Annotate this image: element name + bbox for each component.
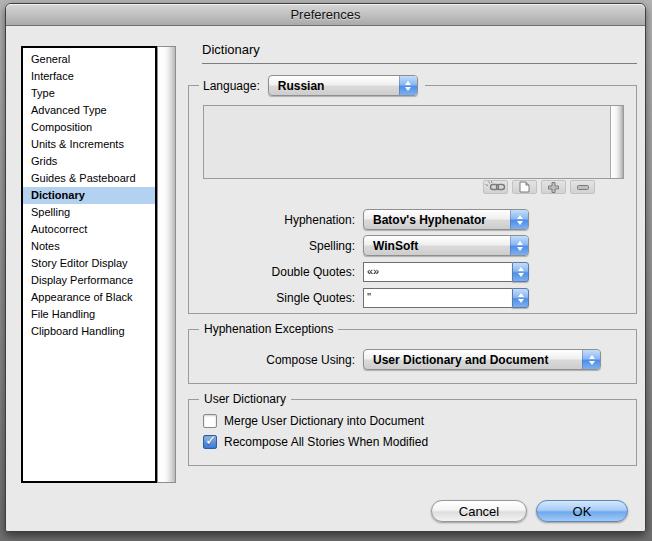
popup-arrows-icon — [510, 236, 528, 255]
sidebar-item-grids[interactable]: Grids — [23, 153, 155, 170]
sidebar-item-dictionary[interactable]: Dictionary — [23, 187, 155, 204]
sidebar-item-display-performance[interactable]: Display Performance — [23, 272, 155, 289]
sidebar-item-file-handling[interactable]: File Handling — [23, 306, 155, 323]
remove-dictionary-button[interactable] — [570, 180, 595, 194]
cancel-button[interactable]: Cancel — [431, 500, 527, 522]
sidebar-scrollbar[interactable] — [157, 46, 176, 483]
dialog-content: GeneralInterfaceTypeAdvanced TypeComposi… — [6, 27, 645, 531]
new-dictionary-button[interactable] — [512, 180, 537, 194]
new-entry-icon — [519, 181, 530, 193]
sidebar-item-guides-pasteboard[interactable]: Guides & Pasteboard — [23, 170, 155, 187]
titlebar[interactable]: Preferences — [6, 4, 645, 26]
compose-using-label: Compose Using: — [189, 353, 355, 367]
hyphenation-exceptions-title: Hyphenation Exceptions — [199, 322, 338, 337]
sidebar-item-autocorrect[interactable]: Autocorrect — [23, 221, 155, 238]
recompose-stories-row[interactable]: Recompose All Stories When Modified — [203, 434, 428, 450]
recompose-stories-checkbox[interactable] — [203, 435, 217, 449]
sidebar-list: GeneralInterfaceTypeAdvanced TypeComposi… — [21, 46, 157, 483]
sidebar-item-notes[interactable]: Notes — [23, 238, 155, 255]
spelling-label: Spelling: — [189, 239, 355, 253]
preferences-dialog: Preferences GeneralInterfaceTypeAdvanced… — [5, 3, 646, 532]
stepper-arrows-icon[interactable] — [512, 288, 529, 308]
remove-icon — [577, 185, 589, 190]
heading-divider — [202, 63, 637, 64]
ok-button[interactable]: OK — [536, 500, 628, 522]
single-quotes-label: Single Quotes: — [189, 291, 355, 305]
list-scrollbar[interactable] — [610, 106, 623, 178]
sidebar-item-appearance-of-black[interactable]: Appearance of Black — [23, 289, 155, 306]
add-icon — [548, 182, 559, 193]
sidebar-item-units-increments[interactable]: Units & Increments — [23, 136, 155, 153]
page-title: Dictionary — [202, 42, 260, 57]
add-dictionary-button[interactable] — [541, 180, 566, 194]
language-group: Language: Russian — [188, 85, 637, 314]
sidebar-item-spelling[interactable]: Spelling — [23, 204, 155, 221]
relink-dictionary-button[interactable] — [483, 180, 508, 194]
sidebar-item-general[interactable]: General — [23, 51, 155, 68]
language-member-list[interactable] — [203, 105, 624, 179]
stepper-arrows-icon[interactable] — [512, 262, 529, 282]
dictionary-toolbar — [483, 180, 595, 194]
popup-arrows-icon — [399, 76, 417, 95]
popup-arrows-icon — [582, 350, 600, 369]
language-popup[interactable]: Russian — [268, 75, 418, 96]
hyphenation-exceptions-group: Hyphenation Exceptions Compose Using: Us… — [188, 329, 637, 384]
spelling-popup[interactable]: WinSoft — [363, 235, 529, 256]
double-quotes-label: Double Quotes: — [189, 265, 355, 279]
unlink-icon — [485, 181, 506, 193]
sidebar-item-type[interactable]: Type — [23, 85, 155, 102]
merge-user-dictionary-row[interactable]: Merge User Dictionary into Document — [203, 413, 424, 429]
sidebar-item-advanced-type[interactable]: Advanced Type — [23, 102, 155, 119]
single-quotes-combo[interactable]: '' — [363, 288, 529, 308]
popup-arrows-icon — [510, 210, 528, 229]
hyphenation-popup[interactable]: Batov's Hyphenator — [363, 209, 529, 230]
sidebar-item-interface[interactable]: Interface — [23, 68, 155, 85]
merge-user-dictionary-checkbox[interactable] — [203, 414, 217, 428]
sidebar-item-clipboard-handling[interactable]: Clipboard Handling — [23, 323, 155, 340]
language-label: Language: — [203, 79, 268, 93]
compose-using-popup[interactable]: User Dictionary and Document — [363, 349, 601, 370]
hyphenation-label: Hyphenation: — [189, 213, 355, 227]
user-dictionary-group: User Dictionary Merge User Dictionary in… — [188, 399, 637, 466]
window-title: Preferences — [290, 7, 360, 22]
sidebar-item-composition[interactable]: Composition — [23, 119, 155, 136]
user-dictionary-title: User Dictionary — [199, 392, 291, 407]
sidebar-item-story-editor-display[interactable]: Story Editor Display — [23, 255, 155, 272]
double-quotes-combo[interactable]: «» — [363, 262, 529, 282]
